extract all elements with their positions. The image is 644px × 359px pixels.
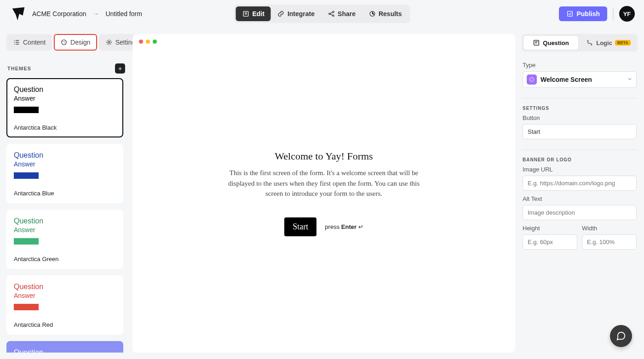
welcome-screen-icon bbox=[527, 74, 537, 85]
theme-swatch bbox=[14, 238, 39, 245]
theme-card[interactable]: QuestionAnswerAntarctica Blue bbox=[6, 144, 123, 203]
logo[interactable] bbox=[9, 5, 28, 23]
preview-actions: Start press Enter ↵ bbox=[284, 217, 363, 236]
theme-name: Antarctica Black bbox=[14, 124, 116, 131]
svg-point-12 bbox=[530, 78, 534, 82]
type-select[interactable]: Welcome Screen bbox=[523, 71, 637, 88]
topbar-right: Publish YF bbox=[559, 6, 635, 22]
theme-card[interactable]: QuestionAnswerAntarctica Black bbox=[6, 78, 123, 137]
avatar[interactable]: YF bbox=[619, 6, 635, 22]
window-controls bbox=[139, 40, 157, 44]
theme-answer: Answer bbox=[14, 292, 116, 299]
svg-point-10 bbox=[108, 41, 110, 43]
settings-section-label: SETTINGS bbox=[523, 98, 637, 111]
theme-name: Antarctica Green bbox=[14, 256, 116, 262]
logic-icon bbox=[586, 39, 593, 46]
right-panel: Question Logic BETA Type Welcome Screen … bbox=[522, 34, 638, 353]
themes-list: QuestionAnswerAntarctica BlackQuestionAn… bbox=[6, 78, 126, 353]
left-panel: Content Design Settings THEMES + Questio… bbox=[6, 34, 126, 353]
left-tab-content[interactable]: Content bbox=[6, 34, 52, 51]
image-url-input[interactable] bbox=[523, 176, 637, 191]
preview-description[interactable]: This is the first screen of the form. It… bbox=[223, 168, 425, 199]
window-minimize-icon bbox=[146, 40, 150, 44]
gear-icon bbox=[105, 39, 113, 46]
width-label: Width bbox=[582, 225, 637, 232]
publish-icon bbox=[566, 10, 574, 17]
height-input[interactable] bbox=[523, 234, 577, 250]
right-tab-logic[interactable]: Logic BETA bbox=[581, 36, 636, 50]
form-title[interactable]: Untitled form bbox=[106, 10, 142, 17]
button-text-input[interactable] bbox=[523, 124, 637, 139]
image-url-label: Image URL bbox=[523, 166, 637, 173]
workspace-name[interactable]: ACME Corporation bbox=[32, 10, 86, 17]
preview-title[interactable]: Welcome to Yay! Forms bbox=[275, 150, 373, 162]
theme-question: Question bbox=[14, 217, 116, 225]
press-enter-hint: press Enter ↵ bbox=[325, 223, 363, 230]
right-panel-body: Type Welcome Screen SETTINGS Button BANN… bbox=[522, 62, 638, 250]
theme-card[interactable]: QuestionAnswer bbox=[6, 341, 123, 353]
left-tab-design[interactable]: Design bbox=[54, 34, 97, 51]
theme-name: Antarctica Red bbox=[14, 321, 116, 328]
tab-edit[interactable]: Edit bbox=[236, 6, 270, 21]
svg-point-8 bbox=[64, 41, 65, 42]
chat-icon bbox=[616, 331, 626, 341]
tab-integrate[interactable]: Integrate bbox=[271, 6, 321, 21]
divider bbox=[613, 8, 614, 20]
edit-icon bbox=[242, 10, 249, 17]
list-icon bbox=[13, 39, 20, 46]
height-label: Height bbox=[523, 225, 577, 232]
chat-button[interactable] bbox=[610, 325, 632, 347]
theme-card[interactable]: QuestionAnswerAntarctica Green bbox=[6, 210, 123, 269]
right-tabs: Question Logic BETA bbox=[522, 34, 638, 51]
type-label: Type bbox=[523, 62, 637, 68]
themes-header: THEMES + bbox=[6, 63, 126, 74]
theme-answer: Answer bbox=[14, 160, 116, 168]
topbar: ACME Corporation → Untitled form Edit In… bbox=[0, 0, 644, 28]
tab-share[interactable]: Share bbox=[321, 6, 362, 21]
plus-icon: + bbox=[118, 65, 122, 72]
theme-question: Question bbox=[14, 283, 116, 291]
theme-card[interactable]: QuestionAnswerAntarctica Red bbox=[6, 275, 123, 335]
chevron-down-icon bbox=[627, 76, 632, 83]
theme-swatch bbox=[14, 172, 39, 179]
preview-canvas: Welcome to Yay! Forms This is the first … bbox=[132, 34, 515, 353]
start-button[interactable]: Start bbox=[284, 217, 316, 236]
palette-icon bbox=[60, 39, 68, 46]
window-close-icon bbox=[139, 40, 143, 44]
question-block-icon bbox=[533, 39, 540, 46]
svg-point-9 bbox=[64, 43, 65, 44]
theme-answer: Answer bbox=[14, 226, 116, 234]
svg-point-6 bbox=[62, 40, 67, 45]
beta-badge: BETA bbox=[615, 40, 631, 46]
theme-name: Antarctica Blue bbox=[14, 190, 116, 197]
breadcrumb-arrow-icon: → bbox=[93, 10, 99, 17]
add-theme-button[interactable]: + bbox=[115, 63, 125, 74]
results-icon bbox=[368, 10, 376, 17]
theme-question: Question bbox=[14, 151, 116, 160]
share-icon bbox=[328, 10, 335, 17]
type-value: Welcome Screen bbox=[540, 76, 592, 83]
banner-section-label: BANNER OR LOGO bbox=[523, 149, 637, 162]
right-tab-question[interactable]: Question bbox=[523, 36, 578, 50]
main: Content Design Settings THEMES + Questio… bbox=[0, 28, 644, 359]
breadcrumb: ACME Corporation → Untitled form bbox=[32, 10, 142, 17]
alt-text-input[interactable] bbox=[523, 205, 637, 220]
theme-question: Question bbox=[14, 85, 116, 94]
tab-results[interactable]: Results bbox=[362, 6, 408, 21]
publish-button[interactable]: Publish bbox=[559, 6, 607, 21]
width-input[interactable] bbox=[582, 234, 637, 250]
left-tabs: Content Design Settings bbox=[6, 34, 126, 51]
theme-question: Question bbox=[14, 348, 116, 353]
theme-swatch bbox=[14, 107, 39, 113]
button-label: Button bbox=[523, 114, 637, 121]
center-tabs: Edit Integrate Share Results bbox=[234, 5, 410, 23]
window-zoom-icon bbox=[153, 40, 157, 44]
theme-answer: Answer bbox=[14, 95, 116, 102]
svg-rect-5 bbox=[568, 11, 573, 17]
link-icon bbox=[277, 10, 285, 17]
themes-label: THEMES bbox=[7, 66, 31, 71]
alt-text-label: Alt Text bbox=[523, 195, 637, 202]
svg-point-7 bbox=[63, 41, 63, 42]
theme-swatch bbox=[14, 304, 39, 310]
preview-body: Welcome to Yay! Forms This is the first … bbox=[132, 34, 515, 353]
